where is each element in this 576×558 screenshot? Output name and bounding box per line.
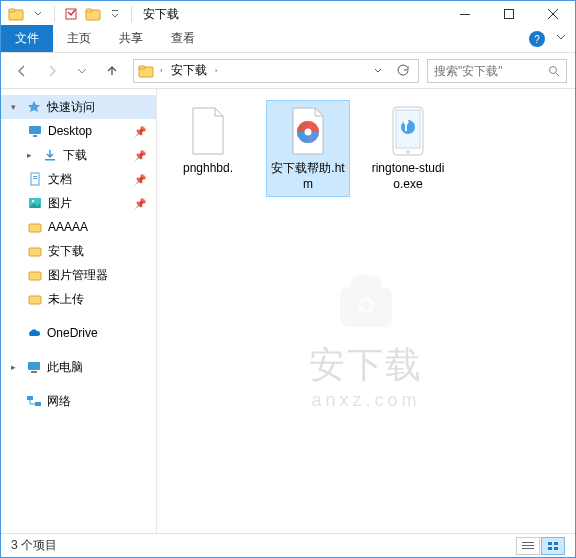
file-item[interactable]: pnghhbd. <box>167 101 249 181</box>
properties-icon[interactable] <box>62 5 80 23</box>
qat-dropdown-icon[interactable] <box>29 5 47 23</box>
folder-icon <box>7 5 25 23</box>
svg-rect-15 <box>33 176 37 177</box>
tab-view[interactable]: 查看 <box>157 25 209 52</box>
svg-rect-21 <box>29 272 41 280</box>
breadcrumb-segment[interactable]: 安下载 <box>169 62 209 79</box>
pin-icon: 📌 <box>134 174 146 185</box>
nav-back-button[interactable] <box>9 58 35 84</box>
download-icon <box>42 147 58 163</box>
nav-forward-button[interactable] <box>39 58 65 84</box>
svg-rect-11 <box>29 126 41 134</box>
ribbon-tabs: 文件 主页 共享 查看 ? <box>1 27 575 53</box>
folder-icon <box>84 5 102 23</box>
file-pane[interactable]: pnghhbd. 安下载帮助.htm <box>157 89 575 533</box>
file-html-icon <box>284 105 332 157</box>
svg-rect-36 <box>522 542 534 543</box>
folder-icon <box>27 291 43 307</box>
sidebar-quick-access[interactable]: ▾ 快速访问 <box>1 95 156 119</box>
svg-rect-4 <box>86 9 92 12</box>
svg-rect-5 <box>112 10 118 11</box>
close-button[interactable] <box>531 1 575 27</box>
sidebar-item-aaaaa[interactable]: AAAAA <box>1 215 156 239</box>
nav-bar: › 安下载 › <box>1 53 575 89</box>
svg-point-28 <box>305 129 312 136</box>
svg-rect-9 <box>139 66 145 69</box>
sidebar-item-notuploaded[interactable]: 未上传 <box>1 287 156 311</box>
help-icon[interactable]: ? <box>529 31 545 47</box>
maximize-button[interactable] <box>487 1 531 27</box>
network-icon <box>26 393 42 409</box>
search-box[interactable] <box>427 59 567 83</box>
status-bar: 3 个项目 <box>1 533 575 557</box>
svg-rect-38 <box>522 548 534 549</box>
sidebar-onedrive[interactable]: ▸ OneDrive <box>1 321 156 345</box>
ribbon-expand-icon[interactable] <box>555 31 567 43</box>
folder-icon <box>138 63 154 79</box>
pin-icon: 📌 <box>134 150 146 161</box>
tab-share[interactable]: 共享 <box>105 25 157 52</box>
chevron-right-icon[interactable]: › <box>215 66 218 75</box>
view-icons-button[interactable] <box>541 537 565 555</box>
nav-recent-button[interactable] <box>69 58 95 84</box>
svg-rect-12 <box>33 135 37 137</box>
qat-overflow-icon[interactable] <box>106 5 124 23</box>
folder-icon <box>27 243 43 259</box>
svg-point-10 <box>550 66 557 73</box>
svg-rect-40 <box>554 542 558 545</box>
pin-icon: 📌 <box>134 198 146 209</box>
svg-rect-22 <box>29 296 41 304</box>
file-item[interactable]: 安下载帮助.htm <box>267 101 349 196</box>
svg-point-31 <box>406 150 410 154</box>
sidebar-item-picmgr[interactable]: 图片管理器 <box>1 263 156 287</box>
chevron-right-icon[interactable]: ▸ <box>27 150 37 160</box>
desktop-icon <box>27 123 43 139</box>
svg-rect-19 <box>29 224 41 232</box>
view-details-button[interactable] <box>516 537 540 555</box>
navigation-pane: ▾ 快速访问 Desktop 📌 ▸ 下载 📌 文档 📌 图片 📌 AAAA <box>1 89 157 533</box>
svg-rect-39 <box>548 542 552 545</box>
minimize-button[interactable] <box>443 1 487 27</box>
svg-rect-7 <box>505 10 514 19</box>
chevron-down-icon[interactable]: ▾ <box>11 102 21 112</box>
sidebar-item-anxiazai[interactable]: 安下载 <box>1 239 156 263</box>
tab-file[interactable]: 文件 <box>1 25 53 52</box>
svg-rect-41 <box>548 547 552 550</box>
pictures-icon <box>27 195 43 211</box>
sidebar-item-desktop[interactable]: Desktop 📌 <box>1 119 156 143</box>
star-icon <box>26 99 42 115</box>
address-bar[interactable]: › 安下载 › <box>133 59 419 83</box>
folder-icon <box>27 267 43 283</box>
document-icon <box>27 171 43 187</box>
search-input[interactable] <box>434 64 548 78</box>
chevron-right-icon[interactable]: ▸ <box>11 362 21 372</box>
file-generic-icon <box>184 105 232 157</box>
pin-icon: 📌 <box>134 126 146 137</box>
folder-icon <box>27 219 43 235</box>
sidebar-item-pictures[interactable]: 图片 📌 <box>1 191 156 215</box>
refresh-icon[interactable] <box>392 64 414 78</box>
file-exe-icon <box>384 105 432 157</box>
svg-rect-6 <box>460 14 470 15</box>
svg-point-35 <box>358 297 374 313</box>
chevron-right-icon[interactable]: › <box>160 66 163 75</box>
nav-up-button[interactable] <box>99 58 125 84</box>
svg-rect-42 <box>554 547 558 550</box>
sidebar-thispc[interactable]: ▸ 此电脑 <box>1 355 156 379</box>
tab-home[interactable]: 主页 <box>53 25 105 52</box>
sidebar-network[interactable]: ▸ 网络 <box>1 389 156 413</box>
sidebar-item-downloads[interactable]: ▸ 下载 📌 <box>1 143 156 167</box>
svg-rect-20 <box>29 248 41 256</box>
svg-point-18 <box>32 200 34 202</box>
svg-rect-16 <box>33 178 37 179</box>
file-item[interactable]: ringtone-studio.exe <box>367 101 449 196</box>
svg-rect-23 <box>28 362 40 370</box>
search-icon[interactable] <box>548 65 560 77</box>
address-dropdown-icon[interactable] <box>370 67 386 75</box>
sidebar-item-documents[interactable]: 文档 📌 <box>1 167 156 191</box>
svg-point-33 <box>404 120 409 125</box>
window-title: 安下载 <box>135 6 443 23</box>
cloud-icon <box>26 325 42 341</box>
svg-rect-34 <box>340 287 392 327</box>
svg-rect-25 <box>27 396 33 400</box>
